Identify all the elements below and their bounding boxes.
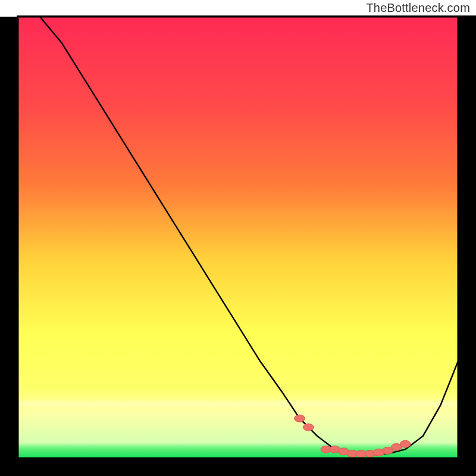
chart-canvas-wrap: TheBottleneck.com xyxy=(0,0,476,476)
bottleneck-chart xyxy=(0,0,476,476)
watermark-text: TheBottleneck.com xyxy=(366,1,470,15)
